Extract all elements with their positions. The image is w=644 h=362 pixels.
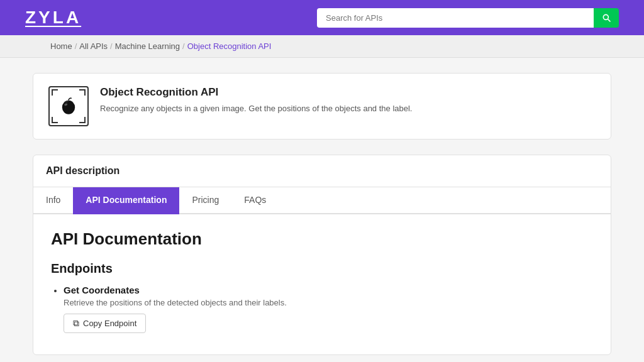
header: ZYLA xyxy=(0,0,644,35)
search-button[interactable] xyxy=(594,8,619,28)
tab-api-documentation[interactable]: API Documentation xyxy=(73,187,179,214)
bbox-corner-tl xyxy=(52,89,58,96)
endpoint-item: Get Coordenates Retrieve the positions o… xyxy=(64,285,593,339)
copy-icon: ⧉ xyxy=(73,318,79,329)
api-description: Recognize any objects in a given image. … xyxy=(100,102,412,115)
tab-content: API Documentation Endpoints Get Coordena… xyxy=(33,214,611,354)
logo: ZYLA xyxy=(25,8,81,28)
copy-button-label: Copy Endpoint xyxy=(83,319,136,328)
bbox-corner-tr xyxy=(79,89,86,96)
tab-info[interactable]: Info xyxy=(33,187,73,214)
tabs-container: Info API Documentation Pricing FAQs xyxy=(33,187,611,214)
api-description-section: API description Info API Documentation P… xyxy=(33,155,611,355)
breadcrumb-sep-1: / xyxy=(75,41,77,51)
main-content: Object Recognition API Recognize any obj… xyxy=(20,58,624,362)
copy-endpoint-button[interactable]: ⧉ Copy Endpoint xyxy=(64,314,146,333)
search-input[interactable] xyxy=(317,8,594,28)
search-icon xyxy=(601,13,611,23)
api-header-card: Object Recognition API Recognize any obj… xyxy=(33,73,611,140)
api-icon xyxy=(48,86,89,126)
apple-icon xyxy=(58,96,79,117)
breadcrumb-sep-3: / xyxy=(182,41,185,51)
endpoints-title: Endpoints xyxy=(51,261,593,276)
doc-title: API Documentation xyxy=(51,229,593,249)
api-description-title: API description xyxy=(33,155,611,187)
endpoints-list: Get Coordenates Retrieve the positions o… xyxy=(51,285,593,339)
breadcrumb-home[interactable]: Home xyxy=(50,41,72,51)
search-wrapper xyxy=(317,8,619,28)
breadcrumb-machine-learning[interactable]: Machine Learning xyxy=(115,41,180,51)
svg-point-0 xyxy=(62,101,75,114)
tab-faqs[interactable]: FAQs xyxy=(231,187,279,214)
endpoint-description: Retrieve the positions of the detected o… xyxy=(64,298,593,307)
bbox-corner-bl xyxy=(52,117,58,123)
api-info: Object Recognition API Recognize any obj… xyxy=(100,86,412,115)
breadcrumb-all-apis[interactable]: All APIs xyxy=(79,41,108,51)
endpoint-name: Get Coordenates xyxy=(64,285,593,295)
bbox-corner-br xyxy=(79,117,86,123)
breadcrumb-bar: Home / All APIs / Machine Learning / Obj… xyxy=(0,35,644,58)
breadcrumb: Home / All APIs / Machine Learning / Obj… xyxy=(50,41,594,51)
api-title: Object Recognition API xyxy=(100,86,412,99)
breadcrumb-sep-2: / xyxy=(110,41,113,51)
tab-pricing[interactable]: Pricing xyxy=(179,187,231,214)
breadcrumb-current: Object Recognition API xyxy=(187,41,272,51)
